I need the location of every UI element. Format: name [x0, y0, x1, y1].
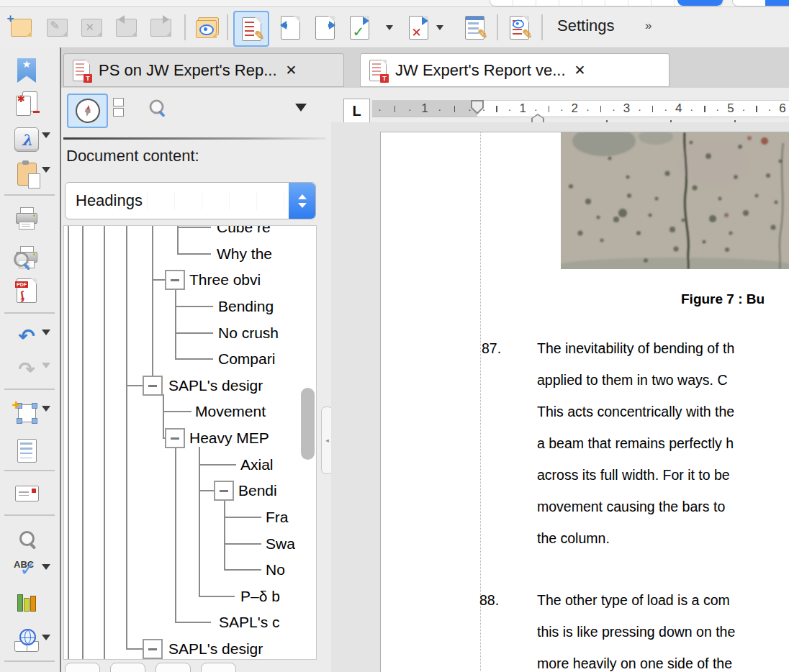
- paste-button[interactable]: [10, 160, 43, 189]
- paragraph-line: the column.: [537, 530, 610, 547]
- formula-dropdown[interactable]: [42, 132, 50, 142]
- navigator-bottom-button[interactable]: [65, 663, 100, 672]
- tree-guide-line: [126, 648, 143, 650]
- navigator-search-button[interactable]: [149, 99, 164, 114]
- tree-item[interactable]: Cube re: [217, 225, 271, 237]
- select-stepper[interactable]: [289, 183, 315, 219]
- ruler-tick: ·: [711, 101, 724, 117]
- insert-formula-button[interactable]: λ: [10, 125, 43, 154]
- navigator-bottom-button[interactable]: [110, 663, 145, 672]
- tree-item[interactable]: Bendi: [238, 481, 277, 500]
- document-page[interactable]: Figure 7 : Bu 87. The inevitability of b…: [380, 132, 789, 672]
- tab-stop-selector[interactable]: L: [343, 99, 370, 124]
- gallery-button[interactable]: [10, 589, 43, 617]
- tab-ps-on-jw-experts-report[interactable]: T PS on JW Expert's Rep... ✕: [63, 53, 344, 87]
- redo-button[interactable]: ↷: [10, 355, 43, 384]
- cross-icon: ✕: [412, 25, 422, 40]
- content-mode-select[interactable]: Headings: [65, 182, 316, 219]
- tree-item[interactable]: Why the: [217, 244, 272, 263]
- tab-close-icon[interactable]: ✕: [286, 62, 297, 78]
- tree-item[interactable]: SAPL's c: [219, 612, 280, 632]
- collapse-expander[interactable]: [143, 376, 163, 396]
- collapse-expander[interactable]: [143, 639, 163, 659]
- tree-item[interactable]: Axial: [240, 455, 274, 474]
- next-change-button[interactable]: [310, 12, 340, 42]
- collapse-expander[interactable]: [214, 481, 234, 501]
- find-button[interactable]: [10, 524, 43, 553]
- redo-dropdown[interactable]: [42, 363, 50, 373]
- tree-item[interactable]: P–δ b: [240, 586, 280, 606]
- headings-tree[interactable]: Cube re Why the Three obvi Bending No cr…: [63, 225, 317, 660]
- tree-item[interactable]: Swa: [266, 534, 295, 553]
- delete-comment-icon: ✕: [81, 19, 102, 37]
- tab-close-icon[interactable]: ✕: [574, 62, 586, 78]
- compare-document-button[interactable]: ✱: [10, 89, 43, 118]
- document-content-label: Document content:: [66, 147, 199, 165]
- tree-item[interactable]: SAPL's desigr: [168, 376, 263, 395]
- print-button[interactable]: [10, 204, 43, 233]
- previous-comment-button[interactable]: [111, 12, 141, 42]
- export-pdf-button[interactable]: PDF ʄ: [10, 276, 43, 305]
- data-sources-button[interactable]: [10, 626, 43, 655]
- navigation-toggle-button[interactable]: [67, 94, 108, 128]
- accept-change-button[interactable]: ✓: [344, 12, 374, 42]
- cutoff-segmented-control[interactable]: [490, 0, 723, 6]
- document-tab-bar: T PS on JW Expert's Rep... ✕ T JW Expert…: [61, 47, 789, 89]
- tree-scrollbar-thumb[interactable]: [301, 388, 315, 460]
- doc-badge: T: [380, 74, 389, 83]
- collapse-expander[interactable]: [165, 428, 185, 448]
- envelope-button[interactable]: [10, 479, 43, 508]
- cross-icon: ✕: [86, 21, 95, 34]
- undo-dropdown[interactable]: [42, 330, 50, 340]
- redo-icon: ↷: [18, 360, 35, 380]
- formula-key-icon: λ: [14, 127, 39, 152]
- tab-jw-experts-report[interactable]: T JW Expert's Report ve... ✕: [360, 53, 669, 87]
- bookmark-button[interactable]: ★: [10, 56, 43, 85]
- undo-button[interactable]: ↶: [10, 322, 43, 351]
- paste-dropdown[interactable]: [42, 167, 50, 177]
- tree-item[interactable]: No: [266, 560, 285, 579]
- spelling-dropdown[interactable]: [42, 564, 50, 574]
- tree-item[interactable]: Fra: [266, 507, 289, 527]
- tree-item[interactable]: SAPL's desigr: [168, 639, 263, 658]
- delete-comment-button[interactable]: ✕: [76, 12, 107, 42]
- previous-change-button[interactable]: [275, 12, 305, 42]
- settings-menu[interactable]: Settings: [557, 17, 615, 35]
- next-comment-button[interactable]: [145, 12, 176, 42]
- collapse-expander[interactable]: [165, 270, 185, 290]
- record-track-changes-button[interactable]: ✎: [233, 11, 269, 47]
- manage-changes-button[interactable]: ✎: [459, 12, 490, 42]
- navigator-bottom-button[interactable]: [155, 663, 191, 672]
- insert-frame-button[interactable]: +: [10, 399, 43, 427]
- reject-change-dropdown[interactable]: [436, 25, 443, 34]
- horizontal-ruler[interactable]: ··1·· ··1··2··3··4··5··6: [372, 100, 789, 117]
- tree-item[interactable]: Bending: [218, 296, 274, 316]
- tree-item[interactable]: Three obvi: [189, 270, 261, 289]
- navigator-bottom-button[interactable]: [201, 663, 236, 672]
- reject-change-button[interactable]: ✕: [403, 12, 433, 42]
- cutoff-blue-button-2[interactable]: [765, 0, 789, 6]
- show-comments-button[interactable]: [191, 12, 222, 42]
- tree-item[interactable]: Movement: [195, 401, 266, 421]
- show-changes-button[interactable]: ✎: [504, 12, 534, 42]
- cutoff-segmented-control-2[interactable]: [732, 0, 789, 6]
- insert-frame-dropdown[interactable]: [42, 406, 50, 416]
- accept-change-dropdown[interactable]: [386, 25, 393, 34]
- toolbar-overflow-chevron[interactable]: »: [645, 19, 652, 33]
- navigator-menu-dropdown[interactable]: [295, 104, 307, 117]
- data-sources-dropdown[interactable]: [42, 635, 50, 645]
- tree-item[interactable]: Heavy MEP: [189, 428, 269, 448]
- ruler-tick: [387, 101, 402, 117]
- figure-7-concrete-crack-image[interactable]: [561, 132, 789, 269]
- tree-item[interactable]: No crush: [218, 323, 279, 342]
- edit-comment-button[interactable]: ✎: [42, 12, 72, 42]
- side-toolbar: ★ ✱ λ PDF ʄ ↶ ↷ +: [0, 47, 61, 672]
- cutoff-blue-button[interactable]: [677, 0, 723, 6]
- add-comment-button[interactable]: +: [6, 12, 36, 42]
- spelling-button[interactable]: ABC ✓: [10, 555, 43, 584]
- reject-change-icon: ✕: [409, 16, 428, 40]
- list-box-toggle-button[interactable]: [113, 98, 124, 117]
- mail-merge-button[interactable]: [10, 436, 43, 465]
- tree-item[interactable]: Compari: [218, 349, 275, 368]
- print-preview-button[interactable]: [10, 243, 43, 272]
